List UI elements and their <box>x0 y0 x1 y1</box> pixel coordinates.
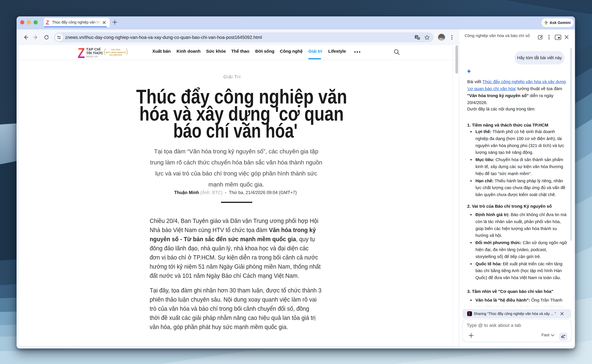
svg-text:TẠP CHÍ: TẠP CHÍ <box>86 47 101 51</box>
svg-text:Z: Z <box>468 312 471 316</box>
svg-text:Z: Z <box>78 46 85 60</box>
svg-text:NEWS.VN: NEWS.VN <box>86 55 98 58</box>
svg-text:TRI THỨC: TRI THỨC <box>86 51 103 55</box>
svg-text:BEST NEWS WEBSITE: BEST NEWS WEBSITE <box>106 51 126 53</box>
svg-text:GIẢI VÀNG: GIẢI VÀNG <box>111 49 121 51</box>
svg-text:Z: Z <box>46 20 49 26</box>
svg-text:CỦA WAN-IFRA: CỦA WAN-IFRA <box>109 54 122 56</box>
